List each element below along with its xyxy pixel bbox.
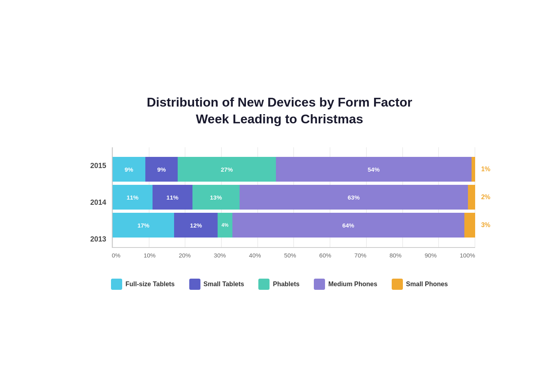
y-axis: 201520142013 [84,147,112,259]
legend-color-small_phones [392,279,403,290]
legend-label-fullsize_tablets: Full-size Tablets [125,281,174,288]
bars-wrapper: 9%9%27%54%1%11%11%13%63%2%17%12%4%64%3% [113,147,475,247]
chart-title: Distribution of New Devices by Form Fact… [84,94,475,127]
segment-2014-medium_phones: 63% [240,185,468,210]
legend-color-phablets [258,279,270,290]
segment-2015-fullsize_tablets: 9% [113,157,145,182]
x-axis: 0%10%20%30%40%50%60%70%80%90%100% [112,248,475,259]
chart-area: 201520142013 9%9%27%54%1%11%11%13%63%2%1… [84,147,475,259]
chart-container: Distribution of New Devices by Form Fact… [60,78,499,314]
y-label-2013: 2013 [84,226,112,253]
outside-label-2015: 1% [481,166,490,173]
title-line1: Distribution of New Devices by Form Fact… [147,95,412,109]
stacked-bar-2014: 11%11%13%63%2% [113,185,475,210]
stacked-bar-2015: 9%9%27%54%1% [113,157,475,182]
x-label-0%: 0% [112,252,121,259]
stacked-bar-2013: 17%12%4%64%3% [113,213,475,238]
chart-inner: 201520142013 9%9%27%54%1%11%11%13%63%2%1… [84,147,475,259]
x-label-20%: 20% [179,252,191,259]
legend: Full-size TabletsSmall TabletsPhabletsMe… [84,279,475,290]
segment-2013-small_phones: 3% [464,213,475,238]
x-label-90%: 90% [425,252,437,259]
x-label-60%: 60% [319,252,331,259]
x-label-70%: 70% [355,252,367,259]
x-label-10%: 10% [144,252,156,259]
legend-item-phablets: Phablets [258,279,299,290]
bar-row-2014: 11%11%13%63%2% [113,183,475,211]
x-label-40%: 40% [249,252,261,259]
legend-label-small_tablets: Small Tablets [204,281,244,288]
legend-item-small_phones: Small Phones [392,279,448,290]
legend-color-medium_phones [314,279,325,290]
bar-row-2015: 9%9%27%54%1% [113,155,475,183]
segment-2013-small_tablets: 12% [174,213,218,238]
title-line2: Week Leading to Christmas [196,112,363,126]
legend-color-small_tablets [189,279,200,290]
legend-color-fullsize_tablets [111,279,122,290]
segment-2014-small_tablets: 11% [153,185,192,210]
segment-2015-small_phones: 1% [472,157,475,182]
legend-item-small_tablets: Small Tablets [189,279,244,290]
segment-2014-small_phones: 2% [468,185,475,210]
bars-section: 9%9%27%54%1%11%11%13%63%2%17%12%4%64%3% [112,147,475,248]
legend-item-medium_phones: Medium Phones [314,279,377,290]
outside-label-2013: 3% [481,222,490,229]
x-label-50%: 50% [284,252,296,259]
x-label-100%: 100% [460,252,475,259]
bars-and-grid: 9%9%27%54%1%11%11%13%63%2%17%12%4%64%3% … [112,147,475,259]
y-label-2014: 2014 [84,189,112,217]
x-label-30%: 30% [214,252,226,259]
segment-2015-medium_phones: 54% [276,157,472,182]
bar-row-2013: 17%12%4%64%3% [113,211,475,239]
legend-label-phablets: Phablets [273,281,299,288]
legend-item-fullsize_tablets: Full-size Tablets [111,279,174,290]
segment-2013-medium_phones: 64% [232,213,464,238]
segment-2013-phablets: 4% [218,213,232,238]
y-label-2015: 2015 [84,152,112,180]
outside-label-2014: 2% [481,194,490,201]
segment-2015-small_tablets: 9% [145,157,178,182]
segment-2013-fullsize_tablets: 17% [113,213,174,238]
segment-2014-phablets: 13% [192,185,240,210]
x-label-80%: 80% [390,252,402,259]
legend-label-small_phones: Small Phones [406,281,448,288]
legend-label-medium_phones: Medium Phones [328,281,377,288]
segment-2014-fullsize_tablets: 11% [113,185,153,210]
segment-2015-phablets: 27% [178,157,276,182]
